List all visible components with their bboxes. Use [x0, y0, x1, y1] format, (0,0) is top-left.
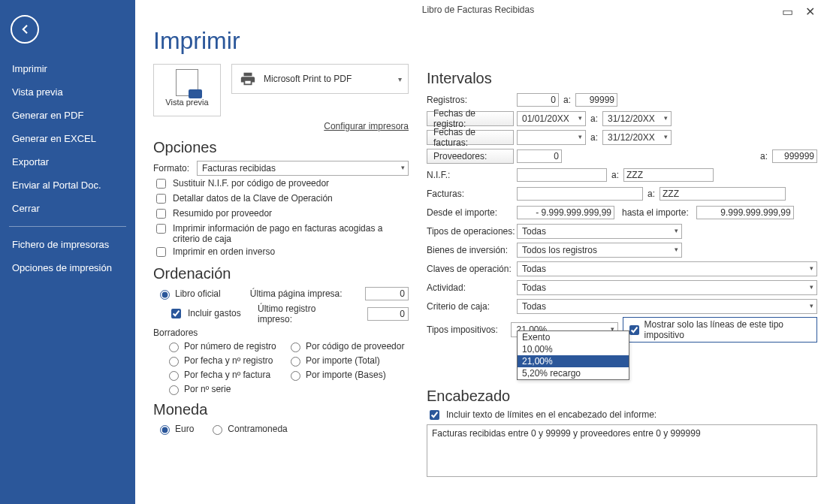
registros-label: Registros: [427, 95, 517, 105]
window-title: Libro de Facturas Recibidas [135, 5, 821, 15]
chk-detallar-clave[interactable]: Detallar datos de la Clave de Operación [153, 193, 409, 206]
sidebar-item-opciones-impresion[interactable]: Opciones de impresión [0, 256, 135, 279]
formato-label: Formato: [153, 163, 197, 174]
proveedores-button[interactable]: Proveedores: [427, 149, 514, 164]
ultima-pagina-value[interactable]: 0 [365, 287, 409, 300]
tipos-imp-option[interactable]: 10,00% [518, 343, 629, 355]
radio-codigo-proveedor[interactable]: Por código de proveedor [287, 340, 409, 352]
registros-from[interactable]: 0 [517, 93, 559, 107]
printer-icon [240, 71, 256, 87]
claves-combo[interactable]: Todas▾ [517, 261, 817, 276]
sidebar-item-imprimir[interactable]: Imprimir [0, 57, 135, 80]
chk-resumido[interactable]: Resumido por proveedor [153, 208, 409, 221]
tipos-imp-label: Tipos impositivos: [427, 324, 511, 335]
main-area: Libro de Facturas Recibidas ▭ ✕ Imprimir… [135, 0, 821, 504]
nif-to[interactable]: ZZZ [623, 168, 714, 182]
fechas-facturas-button[interactable]: Fechas de facturas: [427, 130, 514, 145]
sidebar-item-pdf[interactable]: Generar en PDF [0, 104, 135, 127]
tipos-imp-option[interactable]: 21,00% [518, 355, 629, 367]
registros-to[interactable]: 99999 [575, 93, 617, 107]
desde-importe-value[interactable]: - 9.999.999.999,99 [517, 206, 614, 219]
radio-contramoneda[interactable]: Contramoneda [209, 423, 287, 435]
vista-previa-button[interactable]: Vista previa [153, 64, 221, 116]
ultimo-registro-label: Último registro impreso: [258, 303, 352, 324]
configurar-impresora-link[interactable]: Configurar impresora [324, 121, 409, 131]
sidebar-item-vista-previa[interactable]: Vista previa [0, 80, 135, 104]
chk-info-pago[interactable]: Imprimir información de pago en facturas… [153, 223, 409, 244]
radio-fecha-registro[interactable]: Por fecha y nº registro [165, 355, 287, 367]
bienes-combo[interactable]: Todos los registros▾ [517, 243, 682, 258]
printer-selector[interactable]: Microsoft Print to PDF ▾ [231, 64, 409, 94]
hasta-importe-value[interactable]: 9.999.999.999,99 [696, 206, 794, 219]
titlebar: Libro de Facturas Recibidas ▭ ✕ [135, 5, 821, 20]
chevron-down-icon: ▾ [810, 264, 813, 272]
radio-euro[interactable]: Euro [156, 423, 194, 435]
criterio-label: Criterio de caja: [427, 301, 517, 312]
formato-combo[interactable]: Facturas recibidas ▾ [197, 161, 409, 176]
tipos-op-label: Tipos de operaciones: [427, 226, 517, 237]
tipos-imp-dropdown[interactable]: Exento10,00%21,00%5,20% recargo [517, 330, 629, 380]
chevron-down-icon: ▾ [664, 133, 668, 140]
ffac-from[interactable]: ▾ [517, 130, 586, 145]
sidebar-separator [9, 226, 126, 227]
radio-num-serie[interactable]: Por nº serie [165, 383, 297, 395]
arrow-left-icon [18, 23, 32, 36]
formato-value: Facturas recibidas [202, 163, 276, 174]
document-icon [176, 69, 198, 96]
chevron-down-icon: ▾ [398, 75, 402, 83]
tipos-op-combo[interactable]: Todas▾ [517, 224, 682, 239]
section-moneda: Moneda [153, 401, 409, 418]
freg-from[interactable]: 01/01/20XX▾ [517, 111, 586, 126]
tipos-imp-option[interactable]: 5,20% recargo [518, 367, 629, 379]
tipos-imp-option[interactable]: Exento [518, 331, 629, 343]
chevron-down-icon: ▾ [810, 283, 813, 291]
ultima-pagina-label: Última página impresa: [250, 288, 350, 299]
radio-importe-total[interactable]: Por importe (Total) [287, 355, 409, 367]
chevron-down-icon: ▾ [401, 164, 405, 171]
nif-from[interactable] [517, 168, 607, 182]
freg-to[interactable]: 31/12/20XX▾ [602, 111, 672, 126]
chk-mostrar-lineas[interactable]: Mostrar solo las líneas de este tipo imp… [623, 317, 817, 343]
page-title: Imprimir [153, 27, 803, 55]
nif-label: N.I.F.: [427, 170, 517, 180]
actividad-label: Actividad: [427, 282, 517, 293]
encabezado-text[interactable]: Facturas recibidas entre 0 y 99999 y pro… [427, 424, 817, 477]
radio-num-registro[interactable]: Por número de registro [165, 340, 287, 352]
chk-sustituir-nif[interactable]: Sustituir N.I.F. por código de proveedor [153, 178, 409, 191]
chevron-down-icon: ▾ [675, 246, 678, 253]
sidebar-item-enviar[interactable]: Enviar al Portal Doc. [0, 174, 135, 197]
back-button[interactable] [11, 15, 39, 44]
ffac-to[interactable]: 31/12/20XX▾ [602, 130, 672, 145]
ultimo-registro-value[interactable]: 0 [367, 307, 409, 321]
bienes-label: Bienes de inversión: [427, 245, 517, 255]
prov-to[interactable]: 999999 [772, 149, 817, 163]
radio-libro-oficial[interactable]: Libro oficial [156, 288, 235, 300]
printer-name: Microsoft Print to PDF [264, 74, 352, 84]
chk-incluir-texto[interactable]: Incluir texto de límites en el encabezad… [427, 409, 817, 422]
fact-to[interactable]: ZZZ [660, 187, 786, 201]
prov-from[interactable]: 0 [517, 149, 562, 163]
chevron-down-icon: ▾ [810, 302, 813, 309]
sidebar-item-excel[interactable]: Generar en EXCEL [0, 127, 135, 150]
hasta-importe-label: hasta el importe: [622, 207, 689, 218]
sidebar-item-cerrar[interactable]: Cerrar [0, 197, 135, 220]
fact-from[interactable] [517, 187, 643, 201]
radio-importe-bases[interactable]: Por importe (Bases) [287, 369, 409, 381]
borradores-label: Borradores [153, 327, 409, 338]
chk-incluir-gastos[interactable]: Incluir gastos [168, 308, 243, 321]
sidebar: Imprimir Vista previa Generar en PDF Gen… [0, 0, 135, 504]
close-icon[interactable]: ✕ [805, 5, 815, 19]
sidebar-item-exportar[interactable]: Exportar [0, 150, 135, 174]
sidebar-item-fichero-impresoras[interactable]: Fichero de impresoras [0, 233, 135, 256]
chevron-down-icon: ▾ [578, 133, 582, 140]
chk-orden-inverso[interactable]: Imprimir en orden inverso [153, 246, 409, 259]
radio-fecha-factura[interactable]: Por fecha y nº factura [165, 369, 287, 381]
section-opciones: Opciones [153, 139, 409, 156]
maximize-icon[interactable]: ▭ [782, 5, 793, 19]
section-encabezado: Encabezado [427, 388, 817, 405]
actividad-combo[interactable]: Todas▾ [517, 280, 817, 295]
criterio-combo[interactable]: Todas▾ [517, 299, 817, 314]
chevron-down-icon: ▾ [675, 227, 678, 234]
fechas-registro-button[interactable]: Fechas de registro: [427, 111, 514, 126]
section-ordenacion: Ordenación [153, 265, 409, 282]
